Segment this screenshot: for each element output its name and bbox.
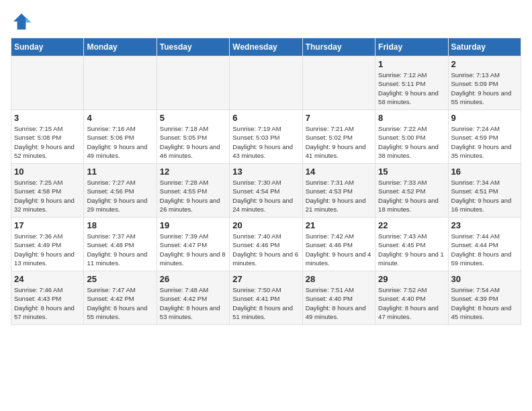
day-number: 1 — [378, 59, 445, 69]
calendar-cell: 28Sunrise: 7:51 AM Sunset: 4:40 PM Dayli… — [302, 271, 375, 325]
day-info: Sunrise: 7:40 AM Sunset: 4:46 PM Dayligh… — [232, 232, 299, 267]
calendar-cell — [157, 56, 229, 110]
calendar-cell: 23Sunrise: 7:44 AM Sunset: 4:44 PM Dayli… — [448, 218, 521, 271]
calendar-cell: 25Sunrise: 7:47 AM Sunset: 4:42 PM Dayli… — [84, 271, 157, 325]
calendar-cell: 2Sunrise: 7:13 AM Sunset: 5:09 PM Daylig… — [448, 56, 521, 110]
day-header-wednesday: Wednesday — [230, 38, 302, 56]
day-info: Sunrise: 7:12 AM Sunset: 5:11 PM Dayligh… — [378, 71, 445, 106]
day-header-sunday: Sunday — [11, 38, 84, 56]
day-info: Sunrise: 7:37 AM Sunset: 4:48 PM Dayligh… — [87, 232, 153, 267]
day-number: 27 — [232, 274, 299, 284]
calendar-cell — [84, 56, 157, 110]
day-info: Sunrise: 7:28 AM Sunset: 4:55 PM Dayligh… — [160, 178, 226, 214]
day-info: Sunrise: 7:33 AM Sunset: 4:52 PM Dayligh… — [378, 178, 445, 214]
calendar-cell: 10Sunrise: 7:25 AM Sunset: 4:58 PM Dayli… — [11, 164, 84, 218]
day-header-saturday: Saturday — [448, 38, 521, 56]
day-info: Sunrise: 7:54 AM Sunset: 4:39 PM Dayligh… — [451, 285, 518, 321]
day-info: Sunrise: 7:52 AM Sunset: 4:40 PM Dayligh… — [378, 285, 445, 321]
day-number: 14 — [306, 167, 372, 177]
day-number: 17 — [14, 220, 81, 230]
day-number: 9 — [451, 113, 518, 123]
day-info: Sunrise: 7:31 AM Sunset: 4:53 PM Dayligh… — [306, 178, 372, 214]
calendar-cell: 29Sunrise: 7:52 AM Sunset: 4:40 PM Dayli… — [375, 271, 448, 325]
logo-icon — [11, 11, 32, 32]
calendar-cell: 9Sunrise: 7:24 AM Sunset: 4:59 PM Daylig… — [448, 110, 521, 164]
day-info: Sunrise: 7:43 AM Sunset: 4:45 PM Dayligh… — [378, 232, 445, 267]
day-info: Sunrise: 7:47 AM Sunset: 4:42 PM Dayligh… — [87, 285, 153, 321]
day-info: Sunrise: 7:48 AM Sunset: 4:42 PM Dayligh… — [160, 285, 226, 321]
day-number: 21 — [306, 220, 372, 230]
calendar-cell: 6Sunrise: 7:19 AM Sunset: 5:03 PM Daylig… — [230, 110, 302, 164]
calendar-cell: 13Sunrise: 7:30 AM Sunset: 4:54 PM Dayli… — [230, 164, 302, 218]
calendar-cell: 7Sunrise: 7:21 AM Sunset: 5:02 PM Daylig… — [302, 110, 375, 164]
day-header-tuesday: Tuesday — [157, 38, 229, 56]
day-number: 18 — [87, 220, 153, 230]
day-number: 20 — [232, 220, 299, 230]
day-number: 24 — [14, 274, 81, 284]
svg-marker-1 — [26, 17, 31, 23]
logo — [11, 11, 35, 32]
day-info: Sunrise: 7:25 AM Sunset: 4:58 PM Dayligh… — [14, 178, 81, 214]
calendar-cell: 15Sunrise: 7:33 AM Sunset: 4:52 PM Dayli… — [375, 164, 448, 218]
calendar-week-row: 17Sunrise: 7:36 AM Sunset: 4:49 PM Dayli… — [11, 218, 521, 271]
day-header-thursday: Thursday — [302, 38, 375, 56]
day-number: 6 — [232, 113, 299, 123]
day-number: 12 — [160, 167, 226, 177]
calendar-cell: 17Sunrise: 7:36 AM Sunset: 4:49 PM Dayli… — [11, 218, 84, 271]
calendar-cell: 1Sunrise: 7:12 AM Sunset: 5:11 PM Daylig… — [375, 56, 448, 110]
calendar-cell: 27Sunrise: 7:50 AM Sunset: 4:41 PM Dayli… — [230, 271, 302, 325]
day-number: 29 — [378, 274, 445, 284]
day-number: 19 — [160, 220, 226, 230]
calendar-cell: 30Sunrise: 7:54 AM Sunset: 4:39 PM Dayli… — [448, 271, 521, 325]
calendar-cell: 3Sunrise: 7:15 AM Sunset: 5:08 PM Daylig… — [11, 110, 84, 164]
day-info: Sunrise: 7:13 AM Sunset: 5:09 PM Dayligh… — [451, 71, 518, 106]
calendar-cell: 19Sunrise: 7:39 AM Sunset: 4:47 PM Dayli… — [157, 218, 229, 271]
calendar-cell: 11Sunrise: 7:27 AM Sunset: 4:56 PM Dayli… — [84, 164, 157, 218]
calendar-cell: 24Sunrise: 7:46 AM Sunset: 4:43 PM Dayli… — [11, 271, 84, 325]
day-number: 25 — [87, 274, 153, 284]
calendar-cell: 14Sunrise: 7:31 AM Sunset: 4:53 PM Dayli… — [302, 164, 375, 218]
day-info: Sunrise: 7:46 AM Sunset: 4:43 PM Dayligh… — [14, 285, 81, 321]
calendar-week-row: 24Sunrise: 7:46 AM Sunset: 4:43 PM Dayli… — [11, 271, 521, 325]
day-header-monday: Monday — [84, 38, 157, 56]
calendar-cell: 20Sunrise: 7:40 AM Sunset: 4:46 PM Dayli… — [230, 218, 302, 271]
day-number: 16 — [451, 167, 518, 177]
day-info: Sunrise: 7:19 AM Sunset: 5:03 PM Dayligh… — [232, 124, 299, 160]
calendar-header-row: SundayMondayTuesdayWednesdayThursdayFrid… — [11, 38, 521, 56]
calendar-cell — [302, 56, 375, 110]
day-number: 4 — [87, 113, 153, 123]
calendar-cell: 18Sunrise: 7:37 AM Sunset: 4:48 PM Dayli… — [84, 218, 157, 271]
calendar-week-row: 3Sunrise: 7:15 AM Sunset: 5:08 PM Daylig… — [11, 110, 521, 164]
calendar-cell: 21Sunrise: 7:42 AM Sunset: 4:46 PM Dayli… — [302, 218, 375, 271]
day-info: Sunrise: 7:42 AM Sunset: 4:46 PM Dayligh… — [306, 232, 372, 267]
calendar-week-row: 1Sunrise: 7:12 AM Sunset: 5:11 PM Daylig… — [11, 56, 521, 110]
day-info: Sunrise: 7:16 AM Sunset: 5:06 PM Dayligh… — [87, 124, 153, 160]
calendar-cell: 12Sunrise: 7:28 AM Sunset: 4:55 PM Dayli… — [157, 164, 229, 218]
day-header-friday: Friday — [375, 38, 448, 56]
calendar-cell: 8Sunrise: 7:22 AM Sunset: 5:00 PM Daylig… — [375, 110, 448, 164]
day-info: Sunrise: 7:18 AM Sunset: 5:05 PM Dayligh… — [160, 124, 226, 160]
day-number: 11 — [87, 167, 153, 177]
calendar-week-row: 10Sunrise: 7:25 AM Sunset: 4:58 PM Dayli… — [11, 164, 521, 218]
day-info: Sunrise: 7:24 AM Sunset: 4:59 PM Dayligh… — [451, 124, 518, 160]
day-info: Sunrise: 7:27 AM Sunset: 4:56 PM Dayligh… — [87, 178, 153, 214]
day-number: 7 — [306, 113, 372, 123]
day-info: Sunrise: 7:21 AM Sunset: 5:02 PM Dayligh… — [306, 124, 372, 160]
calendar-cell — [230, 56, 302, 110]
day-info: Sunrise: 7:30 AM Sunset: 4:54 PM Dayligh… — [232, 178, 299, 214]
day-number: 10 — [14, 167, 81, 177]
day-number: 2 — [451, 59, 518, 69]
day-number: 8 — [378, 113, 445, 123]
day-info: Sunrise: 7:22 AM Sunset: 5:00 PM Dayligh… — [378, 124, 445, 160]
day-number: 30 — [451, 274, 518, 284]
day-number: 13 — [232, 167, 299, 177]
day-info: Sunrise: 7:34 AM Sunset: 4:51 PM Dayligh… — [451, 178, 518, 214]
day-number: 3 — [14, 113, 81, 123]
calendar-table: SundayMondayTuesdayWednesdayThursdayFrid… — [11, 38, 521, 325]
calendar-cell: 5Sunrise: 7:18 AM Sunset: 5:05 PM Daylig… — [157, 110, 229, 164]
calendar-cell: 4Sunrise: 7:16 AM Sunset: 5:06 PM Daylig… — [84, 110, 157, 164]
day-info: Sunrise: 7:44 AM Sunset: 4:44 PM Dayligh… — [451, 232, 518, 267]
day-number: 23 — [451, 220, 518, 230]
day-info: Sunrise: 7:50 AM Sunset: 4:41 PM Dayligh… — [232, 285, 299, 321]
day-number: 15 — [378, 167, 445, 177]
